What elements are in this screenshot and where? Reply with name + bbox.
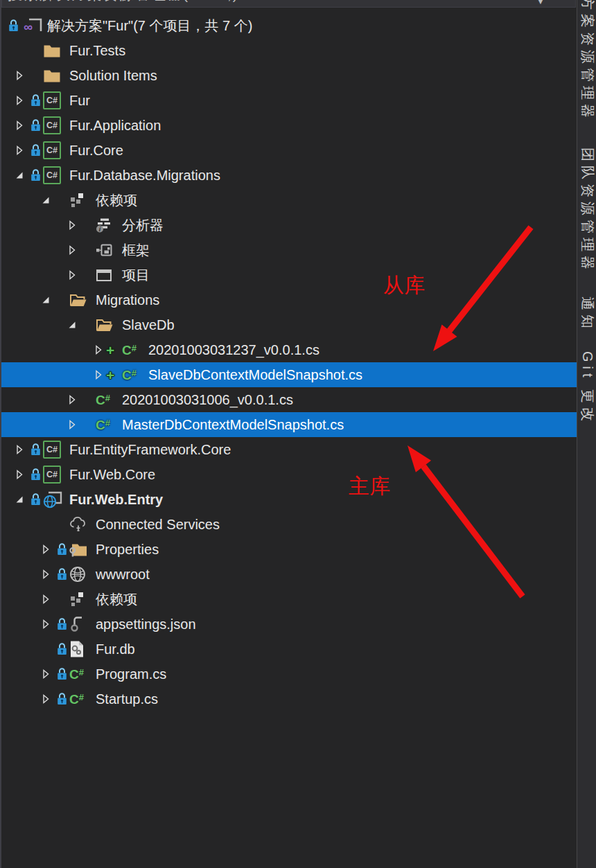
csfile-icon: C# bbox=[69, 693, 84, 706]
tab-solution-explorer[interactable]: 解决方案资源管理器 bbox=[580, 0, 595, 122]
tab-team-explorer[interactable]: 团队资源管理器 bbox=[580, 148, 595, 274]
tree-row-10[interactable]: 项目 bbox=[0, 263, 577, 287]
lock-icon bbox=[57, 668, 67, 681]
chevron-right-expander-icon[interactable] bbox=[14, 145, 25, 156]
framework-icon bbox=[96, 242, 112, 258]
tree-item-label: Connected Services bbox=[96, 512, 220, 537]
chevron-right-expander-icon[interactable] bbox=[14, 120, 25, 131]
lock-icon bbox=[30, 94, 41, 107]
tree-row-27[interactable]: C#Startup.cs bbox=[0, 687, 577, 711]
chevron-right-expander-icon[interactable] bbox=[40, 594, 51, 605]
vs-solution-icon: ∞ bbox=[22, 16, 43, 35]
tree-item-label: 20201003031006_v0.0.1.cs bbox=[122, 387, 293, 412]
tree-row-20[interactable]: Connected Services bbox=[0, 512, 577, 537]
chevron-right-expander-icon[interactable] bbox=[14, 95, 25, 106]
tree-row-26[interactable]: C#Program.cs bbox=[0, 662, 577, 687]
chevron-right-expander-icon[interactable] bbox=[67, 419, 78, 430]
csproj-icon: C# bbox=[43, 466, 61, 484]
tree-item-label: Fur.EntityFramework.Core bbox=[69, 437, 231, 462]
chevron-right-expander-icon[interactable] bbox=[14, 469, 25, 480]
chevron-right-expander-icon[interactable] bbox=[67, 245, 78, 256]
csfile-icon: C# bbox=[122, 369, 137, 382]
tree-row-19[interactable]: Fur.Web.Entry bbox=[0, 487, 577, 512]
tree-item-label: Fur bbox=[69, 88, 90, 113]
tree-row-14[interactable]: +C#SlaveDbContextModelSnapshot.cs bbox=[0, 362, 577, 387]
svg-text:∞: ∞ bbox=[24, 20, 33, 34]
tree-row-24[interactable]: appsettings.json bbox=[0, 612, 577, 637]
tree-row-0[interactable]: ∞解决方案"Fur"(7 个项目，共 7 个) bbox=[0, 13, 577, 38]
cloud-icon bbox=[69, 516, 87, 533]
search-input[interactable]: 搜索解决方案资源管理器(Ctrl+;) ▼ bbox=[1, 0, 576, 8]
tree-item-label: 依赖项 bbox=[96, 587, 137, 612]
chevron-right-expander-icon[interactable] bbox=[67, 220, 78, 231]
chevron-right-expander-icon[interactable] bbox=[40, 544, 51, 555]
folder-icon bbox=[43, 68, 61, 83]
tree-row-17[interactable]: C#Fur.EntityFramework.Core bbox=[0, 437, 577, 462]
tree-row-1[interactable]: Fur.Tests bbox=[0, 38, 577, 63]
dbfile-icon bbox=[69, 640, 85, 658]
chevron-right-expander-icon[interactable] bbox=[40, 693, 51, 705]
tree-row-22[interactable]: wwwroot bbox=[0, 562, 577, 587]
tree-row-23[interactable]: 依赖项 bbox=[0, 587, 577, 612]
tree-row-4[interactable]: C#Fur.Application bbox=[0, 113, 577, 138]
triangle-expanded-icon[interactable] bbox=[67, 319, 78, 330]
tree-row-3[interactable]: C#Fur bbox=[0, 88, 577, 113]
tree-row-8[interactable]: i分析器 bbox=[0, 213, 577, 238]
chevron-right-expander-icon[interactable] bbox=[14, 444, 25, 455]
tree-item-label: Fur.Application bbox=[69, 113, 161, 138]
lock-icon bbox=[8, 19, 19, 33]
folder-icon bbox=[43, 43, 61, 58]
tree-row-18[interactable]: C#Fur.Web.Core bbox=[0, 462, 577, 487]
tree-row-11[interactable]: Migrations bbox=[0, 287, 577, 312]
tree-item-label: Fur.Database.Migrations bbox=[69, 163, 220, 188]
triangle-expanded-icon[interactable] bbox=[14, 170, 25, 181]
tree-item-label: 分析器 bbox=[122, 213, 164, 238]
tree-row-7[interactable]: 依赖项 bbox=[0, 188, 577, 213]
chevron-right-expander-icon[interactable] bbox=[40, 569, 51, 580]
pending-add-icon: + bbox=[106, 368, 114, 382]
csproj-icon: C# bbox=[43, 91, 61, 109]
tree-row-25[interactable]: Fur.db bbox=[0, 637, 577, 662]
chevron-right-expander-icon[interactable] bbox=[40, 668, 51, 680]
tree-item-label: Startup.cs bbox=[96, 687, 158, 711]
chevron-right-expander-icon[interactable] bbox=[67, 269, 78, 281]
tree-row-12[interactable]: SlaveDb bbox=[0, 312, 577, 337]
tree-item-label: Fur.Web.Core bbox=[69, 462, 155, 487]
chevron-right-expander-icon[interactable] bbox=[67, 394, 78, 405]
tree-item-label: Fur.Tests bbox=[69, 38, 125, 63]
chevron-right-expander-icon[interactable] bbox=[93, 369, 104, 380]
tree-item-label: SlaveDbContextModelSnapshot.cs bbox=[148, 362, 362, 387]
folder-props-icon bbox=[69, 542, 87, 557]
search-placeholder: 搜索解决方案资源管理器(Ctrl+;) bbox=[8, 0, 239, 4]
chevron-right-expander-icon[interactable] bbox=[93, 344, 104, 355]
tree-row-5[interactable]: C#Fur.Core bbox=[0, 138, 577, 163]
tree-item-label: 项目 bbox=[122, 263, 150, 287]
analyzers-icon: i bbox=[96, 217, 112, 233]
chevron-down-icon[interactable]: ▼ bbox=[536, 0, 545, 6]
tree-row-21[interactable]: Properties bbox=[0, 537, 577, 562]
project-win-icon bbox=[96, 267, 112, 283]
tree-row-9[interactable]: 框架 bbox=[0, 238, 577, 263]
tree-row-2[interactable]: Solution Items bbox=[0, 63, 577, 88]
side-tab-strip: 解决方案资源管理器 团队资源管理器 通知 Git 更改 bbox=[577, 0, 596, 868]
lock-icon bbox=[30, 493, 41, 506]
tree-row-13[interactable]: +C#20201003031237_v0.0.1.cs bbox=[0, 337, 577, 362]
chevron-right-expander-icon[interactable] bbox=[14, 70, 25, 81]
chevron-right-expander-icon[interactable] bbox=[40, 619, 51, 630]
csfile-icon: C# bbox=[69, 668, 84, 681]
tree-row-16[interactable]: C#MasterDbContextModelSnapshot.cs bbox=[0, 412, 577, 437]
tab-git-changes[interactable]: Git 更改 bbox=[580, 351, 595, 425]
tree-item-label: Fur.Web.Entry bbox=[69, 487, 163, 512]
tree-item-label: appsettings.json bbox=[96, 612, 196, 637]
triangle-expanded-icon[interactable] bbox=[40, 195, 51, 206]
tree-item-label: Program.cs bbox=[96, 662, 166, 687]
triangle-expanded-icon[interactable] bbox=[14, 494, 25, 505]
tab-notifications[interactable]: 通知 bbox=[580, 296, 595, 333]
tree-row-15[interactable]: C#20201003031006_v0.0.1.cs bbox=[0, 387, 577, 412]
tree-item-label: 20201003031237_v0.0.1.cs bbox=[148, 337, 319, 362]
lock-icon bbox=[57, 693, 67, 706]
triangle-expanded-icon[interactable] bbox=[40, 294, 51, 305]
pending-add-icon: + bbox=[106, 343, 114, 357]
tree-row-6[interactable]: C#Fur.Database.Migrations bbox=[0, 163, 577, 188]
json-icon bbox=[69, 616, 86, 632]
